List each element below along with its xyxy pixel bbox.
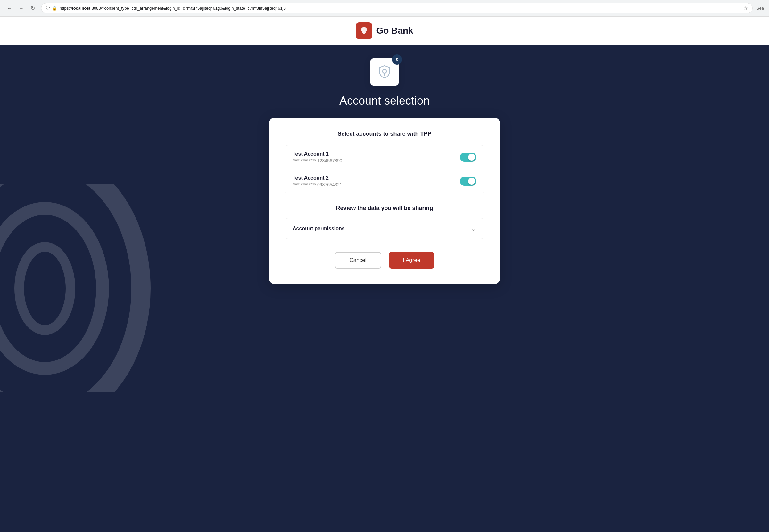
logo-icon [356,22,372,39]
svg-point-3 [383,69,386,73]
security-icons: 🛡 🔒 [46,6,57,11]
agree-button[interactable]: I Agree [389,252,434,269]
main-content: £ Account selection Select accounts to s… [0,45,769,532]
cancel-button[interactable]: Cancel [335,252,381,269]
account-number-1: **** **** **** 1234567890 [293,158,342,163]
account-toggle-2[interactable] [460,177,476,186]
bg-decoration [0,184,157,392]
toggle-slider-2 [460,177,476,186]
search-label: Sea [757,6,764,11]
logo-container: Go Bank [356,22,413,39]
forward-button[interactable]: → [17,4,26,13]
account-item-1: Test Account 1 **** **** **** 1234567890 [285,145,484,169]
select-section-title: Select accounts to share with TPP [285,131,484,137]
browser-chrome: ← → ↻ 🛡 🔒 https://localhost:8083/?consen… [0,0,769,17]
shield-wrapper: £ [370,58,399,86]
svg-point-1 [0,208,102,368]
account-number-2: **** **** **** 0987654321 [293,182,342,187]
page-title: Account selection [339,94,430,108]
toggle-slider-1 [460,153,476,162]
address-right-icons: ☆ [743,5,748,11]
permissions-row[interactable]: Account permissions ⌄ [285,218,484,239]
button-row: Cancel I Agree [285,252,484,269]
reload-button[interactable]: ↻ [28,4,37,13]
logo-text: Go Bank [376,26,413,36]
nav-buttons: ← → ↻ [5,4,37,13]
account-item-2: Test Account 2 **** **** **** 0987654321 [285,169,484,193]
account-name-2: Test Account 2 [293,175,342,181]
shield-svg [377,64,392,80]
account-toggle-1[interactable] [460,153,476,162]
chevron-down-icon: ⌄ [471,225,476,232]
bookmark-icon: ☆ [743,5,748,11]
main-card: Select accounts to share with TPP Test A… [269,118,500,284]
account-info-2: Test Account 2 **** **** **** 0987654321 [293,175,342,187]
currency-badge: £ [392,54,402,65]
shield-icon: 🛡 [46,6,50,11]
lock-icon: 🔒 [52,6,57,11]
address-bar[interactable]: 🛡 🔒 https://localhost:8083/?consent_type… [41,3,753,13]
account-list: Test Account 1 **** **** **** 1234567890… [285,145,484,193]
svg-point-0 [0,184,141,392]
account-info-1: Test Account 1 **** **** **** 1234567890 [293,151,342,163]
svg-point-2 [19,247,70,330]
review-section-title: Review the data you will be sharing [285,205,484,212]
url-text: https://localhost:8083/?consent_type=cdr… [60,6,741,11]
permissions-label: Account permissions [293,226,345,231]
account-name-1: Test Account 1 [293,151,342,157]
site-header: Go Bank [0,17,769,45]
back-button[interactable]: ← [5,4,14,13]
